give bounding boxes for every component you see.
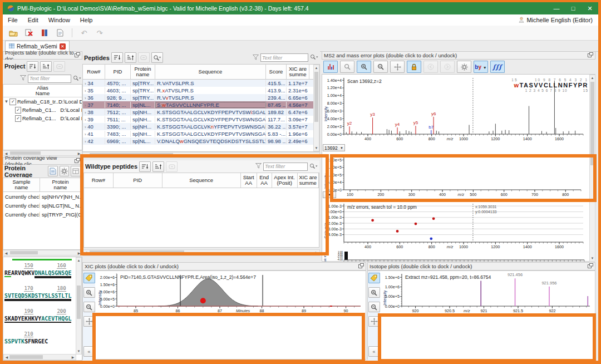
coverage-row[interactable]: Currently check...sp|TRYP_PIG|(C... [3,210,82,219]
column-header[interactable]: PID [105,65,131,79]
report-button[interactable] [48,166,58,176]
ion-labels-by-button[interactable]: by ▼ [474,61,488,73]
peptide-row[interactable]: › 397511; ...sp|NH...K.STSGGTAALGCLVKDYF… [83,116,319,123]
peptide-row[interactable]: › 417483; ...sp|NH...K.STSGGTAALGCLVKDYF… [83,130,319,137]
dock-icon[interactable] [588,52,593,58]
peptide-row[interactable]: › 403390; ...sp|NH...K.STSGGTAALGCLVKnYF… [83,123,319,130]
peptide-row[interactable]: › 377140; ...sp|NL...S.wTASVVCLLNNFYPR.E… [83,101,319,109]
scan-selector-dropdown[interactable]: 13692▼ [323,144,345,151]
tag-button[interactable] [83,273,95,283]
sort-ascending-button[interactable] [125,52,136,63]
zoom-original-button[interactable] [340,61,354,73]
scroll-up-arrow[interactable]: ▲ [314,66,319,70]
column-header[interactable]: XIC aresumme [287,65,309,79]
peptide-row[interactable]: › 387512; ...sp|NH...K.STSGGTAALGCLVKDYF… [83,109,319,116]
zoom-out-button[interactable] [83,302,95,312]
text-filter-input[interactable] [260,53,308,62]
zoom-in-button[interactable] [368,287,380,298]
project-tree-row[interactable]: ▼✓Refimab_C18_tr...D:\Local D [3,97,82,106]
column-header[interactable]: Sequence [162,173,241,188]
pan-button[interactable] [390,61,405,73]
sort-ascending-button[interactable] [40,61,52,72]
zoom-out-button[interactable] [368,302,380,312]
sort-descending-button[interactable] [111,52,123,63]
text-filter-input[interactable] [263,163,308,171]
scroll-left-arrow[interactable]: ◀ [83,153,88,158]
scroll-down-arrow[interactable]: ▼ [590,256,595,260]
scrollbar-thumb[interactable] [77,286,81,319]
dock-icon[interactable] [358,263,364,269]
scrollbar-thumb[interactable] [314,72,318,122]
xic-plot-svg[interactable]: 2.00e+61.50e+61.00e+65.00e+50.00e+085868… [97,272,365,314]
sort-descending-button[interactable] [27,61,38,72]
column-header[interactable]: XIC aresumme [298,173,319,188]
new-document-button[interactable] [54,27,66,39]
peptide-row[interactable]: › 344570; ...sp|TRY...R.VATVSLPR.S415.5.… [83,80,319,87]
link-button[interactable] [53,61,65,72]
dock-icon[interactable] [75,52,80,58]
column-header[interactable]: Proteinname [40,178,81,191]
peptide-row[interactable]: › 426969; ...sp|NL...V.DNALQwGNSQESVTEQD… [83,137,319,145]
scroll-down-arrow[interactable]: ▼ [76,349,81,353]
minimize-button[interactable]: — [548,2,565,14]
column-header[interactable]: Row# [84,173,114,188]
scrollbar-thumb[interactable] [590,82,594,165]
undo-button[interactable]: ↶ [78,27,90,39]
scroll-left-arrow[interactable]: ◀ [83,250,88,255]
settings-button[interactable] [457,61,471,73]
close-project-button[interactable] [23,27,35,39]
coverage-row[interactable]: Currently check...sp|NHVY|NH_N... [3,192,82,201]
column-header[interactable]: Apex Int.(Posit) [272,173,298,188]
redo-button[interactable]: ↷ [93,27,106,39]
menu-window[interactable]: Window [43,16,75,24]
intensity-mode-dropdown[interactable]: ▼ [323,191,336,198]
zoom-out-button[interactable] [373,61,388,73]
dock-icon[interactable] [588,263,593,269]
empty-spectrum-plot-svg[interactable]: 2.00e+51.50e+51.00e+55.00e+40.00e+010020… [323,155,589,198]
scroll-down-arrow[interactable]: ▼ [314,146,319,150]
scroll-right-arrow[interactable]: ▶ [314,153,319,158]
scroll-left-arrow[interactable]: ◀ [4,355,9,360]
ion-series-button[interactable]: ʃʃʃ [490,61,505,73]
scroll-left-arrow[interactable]: ◀ [4,251,8,255]
scroll-up-arrow[interactable]: ▲ [76,258,81,263]
peptide-row[interactable]: › 354603; ...sp|TRY...R.xATVSLPR.S413.9.… [83,87,319,94]
scrollbar-thumb[interactable] [90,153,173,157]
link-button[interactable] [166,161,178,172]
dock-icon[interactable] [75,158,80,164]
tree-expander-icon[interactable]: ▼ [3,99,8,104]
open-project-button[interactable] [7,27,19,39]
tab-close-icon[interactable]: ✕ [60,43,66,50]
maximize-button[interactable]: □ [565,2,582,14]
scroll-right-arrow[interactable]: ▶ [77,151,81,156]
layout-button[interactable] [71,166,81,176]
collapse-button[interactable]: « [368,346,380,357]
column-header[interactable]: Sequence [155,65,266,79]
column-header[interactable]: EndAA [257,173,272,188]
project-tree-row[interactable]: ✓Refimab_C1...D:\Local D [3,114,82,122]
mass-error-plot-svg[interactable]: 1.00e-30.00e+0-1.00e-3-2.00e-3-3.00e-3-4… [323,201,589,250]
pan-button[interactable] [368,316,380,327]
collapse-button[interactable]: « [83,346,95,357]
checkbox[interactable]: ✓ [9,99,16,105]
text-filter-input[interactable] [28,75,71,83]
settings-button[interactable] [60,166,70,176]
search-button[interactable] [151,52,163,63]
current-user-label[interactable]: Michelle English (Editor) [526,17,593,23]
pan-button[interactable] [83,316,95,327]
coverage-report-button[interactable] [38,27,51,39]
checkbox[interactable]: ✓ [15,115,21,122]
checkbox[interactable]: ✓ [15,107,21,114]
sort-ascending-button[interactable] [152,161,164,172]
nav-back-button[interactable] [423,61,438,73]
link-button[interactable] [138,52,150,63]
menu-help[interactable]: Help [75,16,98,24]
zoom-in-button[interactable] [357,61,371,73]
column-header[interactable]: Row# [83,65,105,79]
isotope-plot-svg[interactable]: 1.50e+61.00e+65.00e+50.00e+0920920.59219… [382,272,593,314]
scroll-right-arrow[interactable]: ▶ [314,250,319,255]
column-header[interactable]: PID [114,173,162,188]
scrollbar-thumb[interactable] [9,355,43,359]
nav-forward-button[interactable] [440,61,455,73]
coverage-row[interactable]: Currently check...sp|NLGT|NL_ N... [3,201,82,210]
